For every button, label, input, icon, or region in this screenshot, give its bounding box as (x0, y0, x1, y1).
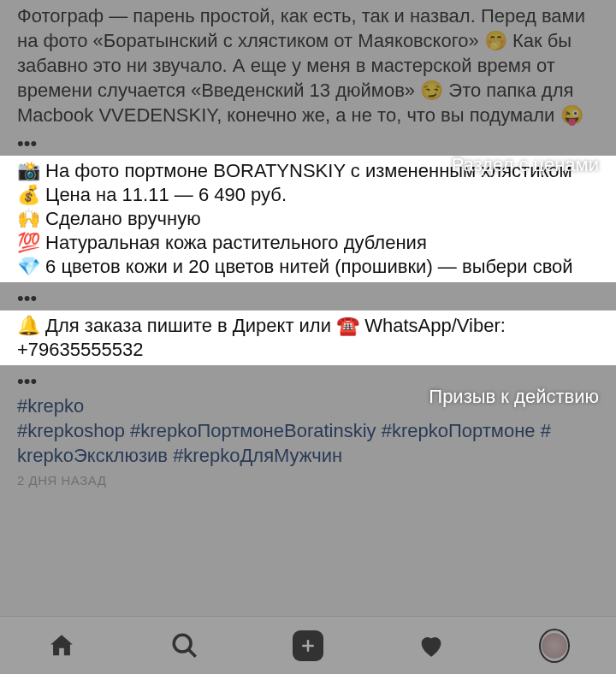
nav-activity[interactable] (416, 630, 447, 661)
cta-text: 🔔 Для заказа пишите в Директ или ☎️ What… (17, 315, 506, 360)
profile-avatar-ring (539, 629, 570, 663)
hashtag-link[interactable]: #krepkoshop (17, 420, 125, 441)
cta-section-highlight[interactable]: 🔔 Для заказа пишите в Директ или ☎️ What… (0, 310, 616, 365)
price-line-3: 🙌 Сделано вручную (17, 207, 599, 231)
hashtag-link[interactable]: #krepkoПортмоне (382, 420, 536, 441)
search-icon (170, 631, 199, 660)
caption-intro-text: Фотограф — парень простой, как есть, так… (17, 5, 585, 126)
annotation-price-section: Раздел с ценами (452, 154, 599, 176)
nav-add-post[interactable] (293, 630, 323, 661)
price-line-5: 💎 6 цветов кожи и 20 цветов нитей (проши… (17, 255, 599, 279)
bottom-nav (0, 616, 616, 674)
hashtag-link[interactable]: #krepkoПортмонеBoratinskiy (130, 420, 376, 441)
post-caption-intro[interactable]: Фотограф — парень простой, как есть, так… (0, 0, 616, 127)
price-line-4: 💯 Натуральная кожа растительного дублени… (17, 231, 599, 255)
hashtag-link[interactable]: krepkoЭксклюзив (17, 445, 168, 466)
profile-avatar (542, 633, 567, 659)
post-timestamp: 2 ДНЯ НАЗАД (0, 468, 616, 496)
nav-profile[interactable] (539, 630, 570, 661)
hashtag-link[interactable]: #krepko (17, 395, 84, 417)
caption-separator: ••• (0, 127, 616, 156)
caption-separator-2: ••• (0, 282, 616, 310)
annotation-cta-section: Призыв к действию (429, 386, 599, 408)
nav-home[interactable] (46, 630, 77, 661)
home-icon (47, 631, 76, 660)
hashtag-wrap: # (541, 420, 551, 441)
plus-icon (299, 637, 317, 654)
price-line-2: 💰 Цена на 11.11 — 6 490 руб. (17, 183, 599, 207)
svg-point-0 (174, 635, 191, 652)
svg-line-1 (188, 649, 196, 657)
heart-icon (417, 631, 446, 660)
hashtag-link[interactable]: #krepkoДляМужчин (173, 445, 342, 466)
nav-search[interactable] (169, 630, 200, 661)
